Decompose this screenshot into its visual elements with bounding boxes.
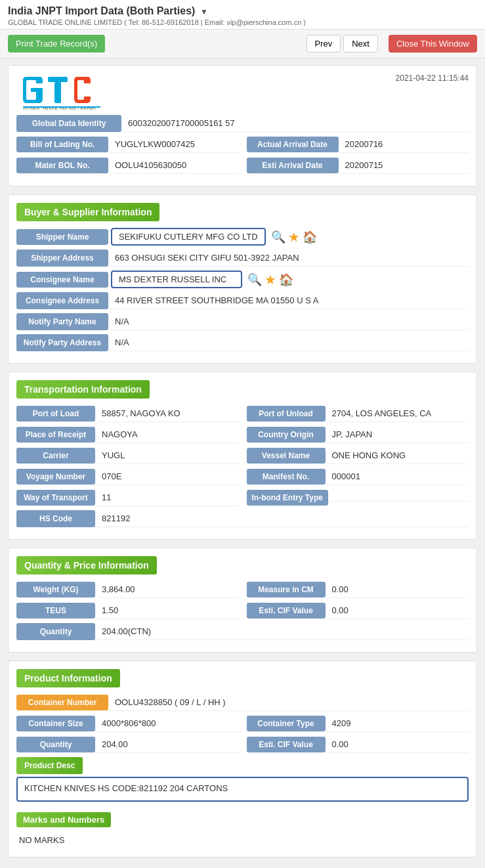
vessel-name-label: Vessel Name [247,448,326,464]
container-number-row: Container Number OOLU4328850 ( 09 / L / … [16,694,469,711]
mater-bol-row: Mater BOL No. OOLU4105630050 Esti Arriva… [16,157,469,174]
container-number-value: OOLU4328850 ( 09 / L / HH ) [108,694,469,711]
bill-of-lading-label: Bill of Lading No. [16,137,108,152]
quantity-qp-value: 204.00(CTN) [95,623,469,640]
place-of-receipt-label: Place of Receipt [16,427,95,443]
inbond-entry-label: In-bond Entry Type [247,490,328,506]
shipper-name-value: SEKIFUKU CUTLERY MFG CO LTD [111,228,266,246]
teus-value: 1.50 [95,602,239,619]
place-of-receipt-value: NAGOYA [95,426,239,443]
voyage-number-value: 070E [95,468,239,485]
buyer-supplier-header: Buyer & Supplier Information [16,203,159,221]
teus-cif-row: TEUS 1.50 Esti. CIF Value 0.00 [16,602,469,619]
marks-header: Marks and Numbers [16,812,111,827]
shipper-name-row: Shipper Name SEKIFUKU CUTLERY MFG CO LTD… [16,228,469,246]
consignee-address-row: Consignee Address 44 RIVER STREET SOUTHB… [16,292,469,309]
dropdown-icon[interactable]: ▼ [200,7,208,16]
esti-cif-qp-label: Esti. CIF Value [247,603,326,618]
transportation-header: Transportation Information [16,380,150,399]
product-card: Product Information Container Number OOL… [8,661,477,857]
manifest-no-value: 000001 [326,468,469,485]
esti-arrival-label: Esti Arrival Date [247,158,339,173]
product-desc-label-row: Product Desc [16,757,469,774]
hs-code-value: 821192 [95,510,469,527]
print-button[interactable]: Print Trade Record(s) [8,35,105,53]
consignee-address-value: 44 RIVER STREET SOUTHBRIDGE MA 01550 U S… [108,292,469,309]
transportation-card: Transportation Information Port of Load … [8,372,477,540]
next-button[interactable]: Next [343,35,378,53]
global-data-row: Global Data Identity 6003202007170000516… [16,115,469,132]
product-qty-value: 204.00 [95,736,239,753]
weight-label: Weight (KG) [16,582,95,597]
shipper-home-icon[interactable]: 🏠 [303,230,317,244]
container-size-label: Container Size [16,716,95,731]
toolbar: Print Trade Record(s) Prev Next Close Th… [0,30,485,58]
page-title: India JNPT Import Data (Both Parties) [8,5,195,16]
quantity-qp-label: Quantity [16,623,95,640]
prev-button[interactable]: Prev [306,35,341,53]
global-data-label: Global Data Identity [16,115,121,132]
quantity-price-card: Quantity & Price Information Weight (KG)… [8,548,477,653]
port-row: Port of Load 58857, NAGOYA KO Port of Un… [16,405,469,422]
notify-party-name-value: N/A [108,313,469,330]
quantity-qp-row: Quantity 204.00(CTN) [16,623,469,640]
notify-party-name-label: Notify Party Name [16,313,108,330]
timestamp: 2021-04-22 11:15:44 [396,74,469,83]
carrier-vessel-row: Carrier YUGL Vessel Name ONE HONG KONG [16,447,469,464]
product-qty-label: Quantity [16,737,95,752]
shipper-search-icon[interactable]: 🔍 [271,230,285,244]
mater-bol-value: OOLU4105630050 [108,157,239,174]
vessel-name-value: ONE HONG KONG [326,447,469,464]
close-button[interactable]: Close This Window [389,35,477,53]
bill-of-lading-value: YUGLYLKW0007425 [108,136,239,153]
shipper-address-value: 663 OHSUGI SEKI CITY GIFU 501-3922 JAPAN [108,250,469,267]
buyer-supplier-card: Buyer & Supplier Information Shipper Nam… [8,194,477,364]
product-qty-cif-row: Quantity 204.00 Esti. CIF Value 0.00 [16,736,469,753]
voyage-number-label: Voyage Number [16,469,95,485]
actual-arrival-label: Actual Arrival Date [247,137,339,152]
teus-label: TEUS [16,603,95,618]
port-of-unload-value: 2704, LOS ANGELES, CA [326,405,469,422]
top-bar: India JNPT Import Data (Both Parties) ▼ … [0,0,485,30]
product-header: Product Information [16,669,120,687]
container-type-value: 4209 [326,715,469,732]
consignee-home-icon[interactable]: 🏠 [279,272,293,287]
consignee-name-row: Consignee Name MS DEXTER RUSSELL INC 🔍 ★… [16,271,469,288]
voyage-manifest-row: Voyage Number 070E Manifest No. 000001 [16,468,469,485]
subtitle: GLOBAL TRADE ONLINE LIMITED ( Tel: 86-51… [8,18,477,26]
shipper-address-row: Shipper Address 663 OHSUGI SEKI CITY GIF… [16,250,469,267]
product-esti-cif-label: Esti. CIF Value [247,737,326,752]
weight-value: 3,864.00 [95,581,239,598]
measure-value: 0.00 [326,581,469,598]
consignee-address-label: Consignee Address [16,292,108,309]
carrier-value: YUGL [95,447,239,464]
global-data-value: 60032020071700005161 57 [121,115,469,132]
transport-inbond-row: Way of Transport 11 In-bond Entry Type [16,489,469,506]
esti-arrival-value: 20200715 [339,157,469,174]
consignee-search-icon[interactable]: 🔍 [247,272,262,287]
bol-row: Bill of Lading No. YUGLYLKW0007425 Actua… [16,136,469,153]
way-of-transport-value: 11 [95,489,239,506]
manifest-no-label: Manifest No. [247,469,326,485]
weight-measure-row: Weight (KG) 3,864.00 Measure in CM 0.00 [16,581,469,598]
esti-cif-qp-value: 0.00 [326,602,469,619]
consignee-star-icon[interactable]: ★ [264,272,276,288]
consignee-action-icons: 🔍 ★ 🏠 [247,272,293,288]
carrier-label: Carrier [16,448,95,464]
notify-party-name-row: Notify Party Name N/A [16,313,469,330]
port-of-unload-label: Port of Unload [247,406,326,422]
shipper-star-icon[interactable]: ★ [288,229,300,245]
svg-rect-0 [48,77,68,82]
product-desc-label: Product Desc [16,757,83,774]
product-esti-cif-value: 0.00 [326,736,469,753]
shipper-name-label: Shipper Name [16,229,108,245]
actual-arrival-value: 20200716 [339,136,469,153]
consignee-name-label: Consignee Name [16,272,108,288]
consignee-name-value: MS DEXTER RUSSELL INC [111,271,242,288]
shipper-address-label: Shipper Address [16,250,108,267]
mater-bol-label: Mater BOL No. [16,158,108,173]
notify-party-address-row: Notify Party Address N/A [16,334,469,351]
quantity-price-header: Quantity & Price Information [16,556,157,575]
shipper-action-icons: 🔍 ★ 🏠 [271,229,317,245]
notify-party-address-value: N/A [108,334,469,351]
